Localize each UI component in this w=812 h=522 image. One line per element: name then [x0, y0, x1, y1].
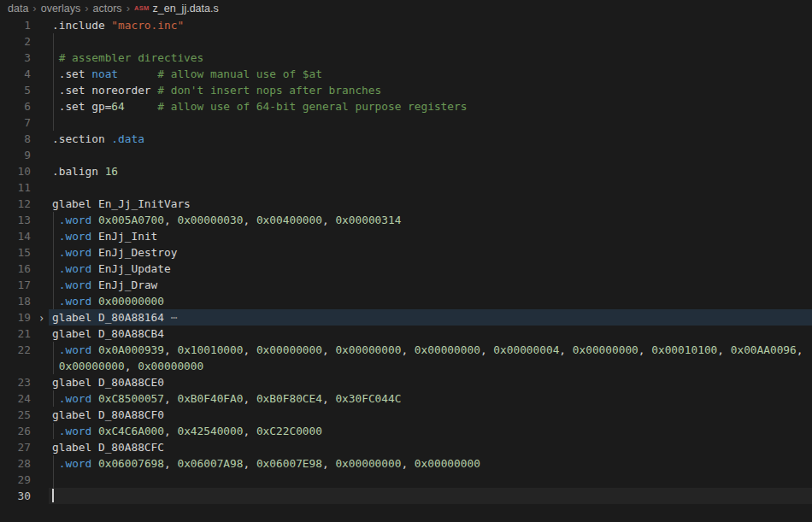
- line-number[interactable]: 7: [0, 114, 31, 131]
- code-text[interactable]: glabel En_Jj_InitVars: [52, 196, 812, 212]
- code-text[interactable]: .word 0x06007698, 0x06007A98, 0x06007E98…: [52, 455, 812, 472]
- line-number[interactable]: 1: [0, 17, 31, 33]
- breadcrumb-item-overlays[interactable]: overlays: [41, 3, 81, 15]
- line-number[interactable]: 25: [0, 407, 31, 423]
- code-text[interactable]: glabel D_80A88CB4: [52, 326, 812, 342]
- code-line[interactable]: 3 # assembler directives: [0, 50, 812, 66]
- line-number[interactable]: 22: [0, 342, 31, 358]
- code-text[interactable]: glabel D_80A88CF0: [52, 407, 812, 423]
- code-line[interactable]: 11: [0, 179, 812, 196]
- line-number[interactable]: 5: [0, 82, 31, 98]
- code-line[interactable]: 17 .word EnJj_Draw: [0, 277, 812, 293]
- code-line[interactable]: 12glabel En_Jj_InitVars: [0, 196, 812, 212]
- code-line[interactable]: 8.section .data: [0, 131, 812, 147]
- code-text[interactable]: .word EnJj_Init: [52, 228, 812, 244]
- code-line[interactable]: 13 .word 0x005A0700, 0x00000030, 0x00400…: [0, 212, 812, 228]
- code-line[interactable]: 6 .set gp=64 # allow use of 64-bit gener…: [0, 98, 812, 114]
- line-number[interactable]: 18: [0, 293, 31, 309]
- code-text[interactable]: .word 0xC4C6A000, 0x42540000, 0xC22C0000: [52, 423, 812, 439]
- code-line[interactable]: 9: [0, 147, 812, 163]
- code-text[interactable]: .word EnJj_Update: [52, 261, 812, 277]
- code-line[interactable]: 24 .word 0xC8500057, 0xB0F40FA0, 0xB0F80…: [0, 390, 812, 407]
- line-number[interactable]: 4: [0, 66, 31, 82]
- code-text[interactable]: .word EnJj_Draw: [52, 277, 812, 293]
- line-number[interactable]: 9: [0, 147, 31, 163]
- line-number[interactable]: 2: [0, 33, 31, 50]
- line-number[interactable]: 23: [0, 374, 31, 390]
- code-text[interactable]: .set noreorder # don't insert nops after…: [52, 82, 812, 98]
- code-text[interactable]: .word 0x005A0700, 0x00000030, 0x00400000…: [52, 212, 812, 228]
- code-text[interactable]: glabel D_80A88CFC: [52, 439, 812, 455]
- line-number[interactable]: [0, 358, 31, 374]
- code-text[interactable]: [52, 33, 812, 50]
- line-number[interactable]: 26: [0, 423, 31, 439]
- line-number[interactable]: 14: [0, 228, 31, 244]
- line-number[interactable]: 24: [0, 390, 31, 407]
- code-line[interactable]: 26 .word 0xC4C6A000, 0x42540000, 0xC22C0…: [0, 423, 812, 439]
- line-number[interactable]: 28: [0, 455, 31, 472]
- code-line[interactable]: 23glabel D_80A88CE0: [0, 374, 812, 390]
- code-line[interactable]: 16 .word EnJj_Update: [0, 261, 812, 277]
- code-line[interactable]: 18 .word 0x00000000: [0, 293, 812, 309]
- code-editor[interactable]: 1.include "macro.inc"23 # assembler dire…: [0, 17, 812, 504]
- code-text[interactable]: # assembler directives: [52, 50, 812, 66]
- code-text[interactable]: .word EnJj_Destroy: [52, 244, 812, 261]
- code-line[interactable]: 29: [0, 472, 812, 488]
- code-text[interactable]: [52, 147, 812, 163]
- code-text[interactable]: .set gp=64 # allow use of 64-bit general…: [52, 98, 812, 114]
- code-line[interactable]: 28 .word 0x06007698, 0x06007A98, 0x06007…: [0, 455, 812, 472]
- code-line[interactable]: 21glabel D_80A88CB4: [0, 326, 812, 342]
- line-number[interactable]: 11: [0, 179, 31, 196]
- line-number[interactable]: 10: [0, 163, 31, 179]
- code-text[interactable]: .balign 16: [52, 163, 812, 179]
- line-number[interactable]: 30: [0, 488, 31, 504]
- code-token: 0x00010100: [651, 343, 717, 356]
- code-token: # allow manual use of $at: [157, 67, 322, 80]
- code-line[interactable]: 10.balign 16: [0, 163, 812, 179]
- code-line[interactable]: 30: [0, 488, 812, 504]
- code-token: EnJj_Update: [91, 262, 170, 275]
- code-line[interactable]: 19›glabel D_80A88164 ⋯: [0, 309, 812, 326]
- line-number[interactable]: 8: [0, 131, 31, 147]
- code-line[interactable]: 14 .word EnJj_Init: [0, 228, 812, 244]
- code-text[interactable]: glabel D_80A88164 ⋯: [52, 309, 812, 326]
- line-number[interactable]: 21: [0, 326, 31, 342]
- code-text[interactable]: [52, 472, 812, 488]
- line-number[interactable]: 13: [0, 212, 31, 228]
- line-number[interactable]: 12: [0, 196, 31, 212]
- breadcrumb-item-data[interactable]: data: [8, 3, 28, 15]
- code-text[interactable]: [52, 114, 812, 131]
- code-text[interactable]: .set noat # allow manual use of $at: [52, 66, 812, 82]
- line-number[interactable]: 17: [0, 277, 31, 293]
- code-line[interactable]: 27glabel D_80A88CFC: [0, 439, 812, 455]
- line-number[interactable]: 19: [0, 309, 31, 326]
- breadcrumb-file[interactable]: ASM z_en_jj.data.s: [134, 3, 219, 15]
- code-line[interactable]: 1.include "macro.inc": [0, 17, 812, 33]
- line-number[interactable]: 27: [0, 439, 31, 455]
- line-number[interactable]: 6: [0, 98, 31, 114]
- code-line[interactable]: 2: [0, 33, 812, 50]
- code-text[interactable]: .word 0xC8500057, 0xB0F40FA0, 0xB0F80CE4…: [52, 390, 812, 407]
- line-number[interactable]: 15: [0, 244, 31, 261]
- code-line[interactable]: 15 .word EnJj_Destroy: [0, 244, 812, 261]
- code-text[interactable]: [52, 179, 812, 196]
- line-number[interactable]: 16: [0, 261, 31, 277]
- code-line[interactable]: 0x00000000, 0x00000000: [0, 358, 812, 374]
- code-line[interactable]: 5 .set noreorder # don't insert nops aft…: [0, 82, 812, 98]
- code-line[interactable]: 4 .set noat # allow manual use of $at: [0, 66, 812, 82]
- line-number[interactable]: 29: [0, 472, 31, 488]
- code-text[interactable]: .include "macro.inc": [52, 17, 812, 33]
- code-text[interactable]: .word 0x0A000939, 0x10010000, 0x00000000…: [52, 342, 812, 358]
- code-line[interactable]: 22 .word 0x0A000939, 0x10010000, 0x00000…: [0, 342, 812, 358]
- code-line[interactable]: 25glabel D_80A88CF0: [0, 407, 812, 423]
- code-text[interactable]: [52, 488, 812, 504]
- code-token: 64: [111, 100, 124, 113]
- code-text[interactable]: .word 0x00000000: [52, 293, 812, 309]
- code-text[interactable]: glabel D_80A88CE0: [52, 374, 812, 390]
- code-line[interactable]: 7: [0, 114, 812, 131]
- code-text[interactable]: 0x00000000, 0x00000000: [52, 358, 812, 374]
- breadcrumb-item-actors[interactable]: actors: [93, 3, 122, 15]
- code-token: ,: [243, 343, 256, 356]
- line-number[interactable]: 3: [0, 50, 31, 66]
- code-text[interactable]: .section .data: [52, 131, 812, 147]
